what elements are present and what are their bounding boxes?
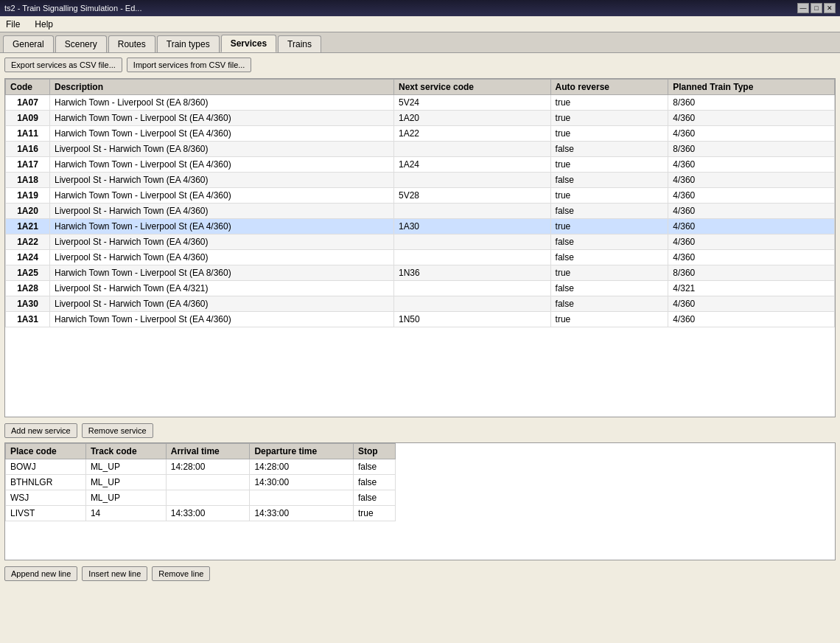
services-cell-1: Liverpool St - Harwich Town (EA 4/360) bbox=[50, 296, 394, 312]
detail-cell-4: false bbox=[353, 490, 395, 506]
services-cell-3: false bbox=[550, 296, 668, 312]
services-cell-0: 1A11 bbox=[6, 126, 50, 142]
export-csv-button[interactable]: Export services as CSV file... bbox=[4, 58, 122, 72]
detail-cell-2 bbox=[166, 490, 250, 506]
services-cell-0: 1A16 bbox=[6, 142, 50, 157]
services-cell-4: 4/360 bbox=[668, 296, 835, 312]
services-cell-4: 4/360 bbox=[668, 204, 835, 219]
services-cell-2 bbox=[393, 173, 550, 188]
services-table-container[interactable]: CodeDescriptionNext service codeAuto rev… bbox=[4, 78, 836, 417]
list-item[interactable]: BTHNLGRML_UP14:30:00false bbox=[6, 475, 396, 490]
services-cell-3: false bbox=[550, 204, 668, 219]
detail-cell-4: false bbox=[353, 475, 395, 490]
line-buttons: Append new line Insert new line Remove l… bbox=[4, 566, 836, 581]
file-menu[interactable]: File bbox=[3, 18, 23, 31]
table-row[interactable]: 1A21Harwich Town Town - Liverpool St (EA… bbox=[6, 219, 835, 234]
table-row[interactable]: 1A22Liverpool St - Harwich Town (EA 4/36… bbox=[6, 234, 835, 250]
detail-header-departure-time: Departure time bbox=[250, 444, 354, 459]
services-cell-1: Harwich Town Town - Liverpool St (EA 4/3… bbox=[50, 219, 394, 234]
table-row[interactable]: 1A30Liverpool St - Harwich Town (EA 4/36… bbox=[6, 296, 835, 312]
append-line-button[interactable]: Append new line bbox=[4, 566, 77, 581]
table-row[interactable]: 1A24Liverpool St - Harwich Town (EA 4/36… bbox=[6, 250, 835, 265]
table-row[interactable]: 1A18Liverpool St - Harwich Town (EA 4/36… bbox=[6, 173, 835, 188]
remove-service-button[interactable]: Remove service bbox=[82, 423, 153, 438]
detail-table-container[interactable]: Place codeTrack codeArrival timeDepartur… bbox=[4, 442, 836, 560]
detail-cell-0: LIVST bbox=[6, 506, 86, 521]
services-header-code: Code bbox=[6, 80, 50, 95]
services-header-auto-reverse: Auto reverse bbox=[550, 80, 668, 95]
table-row[interactable]: 1A19Harwich Town Town - Liverpool St (EA… bbox=[6, 188, 835, 204]
title-bar-controls: — □ ✕ bbox=[797, 3, 836, 13]
table-row[interactable]: 1A16Liverpool St - Harwich Town (EA 8/36… bbox=[6, 142, 835, 157]
services-cell-0: 1A09 bbox=[6, 111, 50, 126]
services-cell-0: 1A31 bbox=[6, 312, 50, 327]
minimize-button[interactable]: — bbox=[797, 3, 809, 13]
tab-train-types[interactable]: Train types bbox=[157, 35, 220, 52]
detail-cell-3: 14:28:00 bbox=[250, 459, 354, 475]
services-cell-1: Liverpool St - Harwich Town (EA 4/360) bbox=[50, 234, 394, 250]
services-cell-0: 1A18 bbox=[6, 173, 50, 188]
table-row[interactable]: 1A09Harwich Town Town - Liverpool St (EA… bbox=[6, 111, 835, 126]
services-cell-1: Liverpool St - Harwich Town (EA 4/360) bbox=[50, 250, 394, 265]
maximize-button[interactable]: □ bbox=[811, 3, 822, 13]
detail-header-place-code: Place code bbox=[6, 444, 86, 459]
services-cell-2: 1A30 bbox=[393, 219, 550, 234]
services-cell-0: 1A28 bbox=[6, 281, 50, 296]
services-cell-0: 1A22 bbox=[6, 234, 50, 250]
services-cell-0: 1A17 bbox=[6, 157, 50, 173]
window-title: ts2 - Train Signalling Simulation - Ed..… bbox=[4, 4, 141, 13]
tab-services[interactable]: Services bbox=[221, 35, 276, 52]
services-header-description: Description bbox=[50, 80, 394, 95]
services-cell-1: Harwich Town Town - Liverpool St (EA 4/3… bbox=[50, 188, 394, 204]
tab-scenery[interactable]: Scenery bbox=[55, 35, 107, 52]
help-menu[interactable]: Help bbox=[32, 18, 56, 31]
services-cell-2 bbox=[393, 234, 550, 250]
services-cell-2 bbox=[393, 281, 550, 296]
detail-cell-4: true bbox=[353, 506, 395, 521]
services-cell-4: 4/360 bbox=[668, 126, 835, 142]
table-row[interactable]: 1A20Liverpool St - Harwich Town (EA 4/36… bbox=[6, 204, 835, 219]
services-header-next-service-code: Next service code bbox=[393, 80, 550, 95]
import-csv-button[interactable]: Import services from CSV file... bbox=[127, 58, 252, 72]
tab-trains[interactable]: Trains bbox=[278, 35, 321, 52]
add-service-button[interactable]: Add new service bbox=[4, 423, 77, 438]
services-cell-4: 4/360 bbox=[668, 312, 835, 327]
services-cell-3: true bbox=[550, 265, 668, 281]
table-row[interactable]: 1A25Harwich Town Town - Liverpool St (EA… bbox=[6, 265, 835, 281]
table-row[interactable]: 1A17Harwich Town Town - Liverpool St (EA… bbox=[6, 157, 835, 173]
toolbar: Export services as CSV file... Import se… bbox=[4, 58, 836, 72]
services-cell-1: Harwich Town - Liverpool St (EA 8/360) bbox=[50, 95, 394, 111]
services-cell-4: 4/360 bbox=[668, 188, 835, 204]
services-cell-3: true bbox=[550, 111, 668, 126]
detail-cell-3: 14:30:00 bbox=[250, 475, 354, 490]
services-cell-3: true bbox=[550, 219, 668, 234]
detail-header-track-code: Track code bbox=[85, 444, 166, 459]
detail-header-arrival-time: Arrival time bbox=[166, 444, 250, 459]
detail-table-body: BOWJML_UP14:28:0014:28:00falseBTHNLGRML_… bbox=[6, 459, 396, 521]
services-cell-0: 1A30 bbox=[6, 296, 50, 312]
tab-general[interactable]: General bbox=[3, 35, 54, 52]
service-buttons: Add new service Remove service bbox=[4, 423, 836, 438]
table-row[interactable]: 1A28Liverpool St - Harwich Town (EA 4/32… bbox=[6, 281, 835, 296]
close-button[interactable]: ✕ bbox=[824, 3, 836, 13]
table-row[interactable]: 1A11Harwich Town Town - Liverpool St (EA… bbox=[6, 126, 835, 142]
detail-cell-1: ML_UP bbox=[85, 459, 166, 475]
remove-line-button[interactable]: Remove line bbox=[152, 566, 210, 581]
list-item[interactable]: LIVST1414:33:0014:33:00true bbox=[6, 506, 396, 521]
detail-cell-3: 14:33:00 bbox=[250, 506, 354, 521]
detail-cell-1: ML_UP bbox=[85, 490, 166, 506]
services-cell-2 bbox=[393, 250, 550, 265]
table-row[interactable]: 1A31Harwich Town Town - Liverpool St (EA… bbox=[6, 312, 835, 327]
insert-line-button[interactable]: Insert new line bbox=[82, 566, 147, 581]
list-item[interactable]: WSJML_UPfalse bbox=[6, 490, 396, 506]
tab-routes[interactable]: Routes bbox=[108, 35, 155, 52]
services-table-body: 1A07Harwich Town - Liverpool St (EA 8/36… bbox=[6, 95, 835, 327]
services-cell-0: 1A24 bbox=[6, 250, 50, 265]
table-row[interactable]: 1A07Harwich Town - Liverpool St (EA 8/36… bbox=[6, 95, 835, 111]
list-item[interactable]: BOWJML_UP14:28:0014:28:00false bbox=[6, 459, 396, 475]
services-cell-3: false bbox=[550, 281, 668, 296]
services-table-header: CodeDescriptionNext service codeAuto rev… bbox=[6, 80, 835, 95]
services-cell-4: 8/360 bbox=[668, 265, 835, 281]
detail-cell-3 bbox=[250, 490, 354, 506]
services-cell-2: 1N36 bbox=[393, 265, 550, 281]
